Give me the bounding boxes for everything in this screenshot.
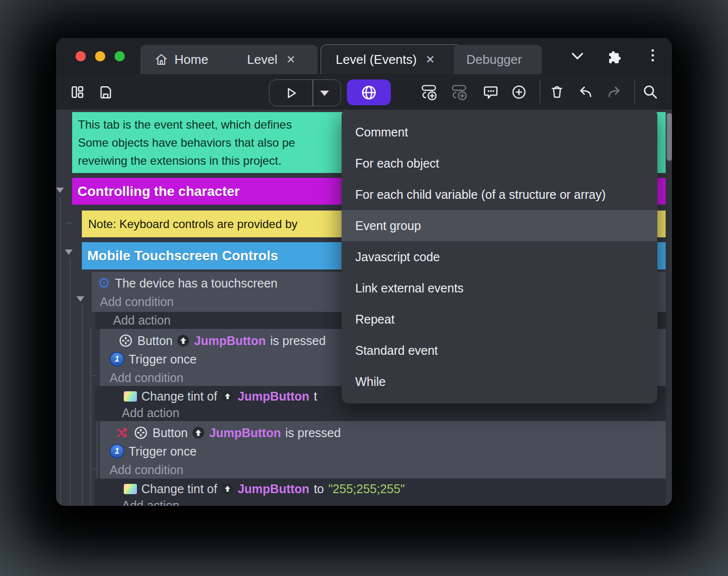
indent-tick xyxy=(91,375,96,376)
tab-level-events[interactable]: Level (Events) ✕ xyxy=(321,44,462,75)
menu-item-javascript-code[interactable]: Javascript code xyxy=(342,241,657,272)
play-split-button xyxy=(269,79,341,106)
trigger-once-icon: 1 xyxy=(110,444,124,459)
action-row[interactable]: Change tint of JumpButton to "255;255;25… xyxy=(95,480,666,498)
action-area-jump-release[interactable]: Change tint of JumpButton to "255;255;25… xyxy=(95,479,666,506)
event-sheet: This tab is the event sheet, which defin… xyxy=(56,110,672,506)
tab-level[interactable]: Level ✕ xyxy=(234,45,318,74)
add-subevent-icon[interactable] xyxy=(450,83,469,101)
menu-item-for-each-child-variable[interactable]: For each child variable (of a structure … xyxy=(342,179,657,210)
gamepad-icon xyxy=(118,333,133,348)
instance-up-arrow-icon xyxy=(222,483,233,495)
gamepad-icon xyxy=(134,425,148,440)
menu-item-while[interactable]: While xyxy=(342,366,657,397)
condition-predicate: is pressed xyxy=(285,426,341,440)
chevron-down-icon[interactable] xyxy=(570,52,585,61)
add-event-context-menu: Comment For each object For each child v… xyxy=(342,110,657,403)
tab-debugger[interactable]: Debugger xyxy=(454,45,542,74)
tab-label: Level (Events) xyxy=(336,52,417,67)
redo-icon[interactable] xyxy=(605,83,624,101)
comment-bubble-icon[interactable] xyxy=(481,83,500,101)
tab-close-icon[interactable]: ✕ xyxy=(286,53,295,66)
group-title: Controlling the character xyxy=(77,184,240,199)
tab-label: Debugger xyxy=(466,52,522,67)
condition-row[interactable]: Button JumpButton is pressed xyxy=(100,423,666,442)
plus-circle-icon[interactable] xyxy=(509,83,529,101)
play-icon[interactable] xyxy=(283,85,300,101)
menu-item-standard-event[interactable]: Standard event xyxy=(342,335,657,366)
screenshot-stage: Home Level ✕ Level (Events) ✕ Debugger xyxy=(0,0,728,576)
note-text: Note: Keyboard controls are provided by xyxy=(88,217,298,231)
tab-home[interactable]: Home xyxy=(140,45,244,74)
indent-tick xyxy=(91,469,96,470)
tab-close-icon[interactable]: ✕ xyxy=(425,53,435,66)
tint-icon xyxy=(124,391,137,402)
toolbar-separator xyxy=(634,80,635,104)
group-title: Mobile Touchscreen Controls xyxy=(87,248,278,264)
add-action-link[interactable]: Add action xyxy=(95,498,666,506)
divider xyxy=(312,80,313,106)
trash-icon[interactable] xyxy=(547,83,567,101)
instance-up-arrow-icon xyxy=(177,334,190,347)
toolbar-separator xyxy=(539,80,540,104)
collapse-arrow-icon[interactable] xyxy=(77,296,84,302)
globe-button[interactable] xyxy=(347,79,391,105)
condition-row[interactable]: 1 Trigger once xyxy=(100,442,666,461)
system-gear-icon: ⚙ xyxy=(97,276,111,290)
indent-tick xyxy=(66,223,72,224)
instance-name: JumpButton xyxy=(209,426,281,440)
indent-guide xyxy=(70,258,71,506)
instance-up-arrow-icon xyxy=(192,426,205,439)
menu-item-event-group[interactable]: Event group xyxy=(342,210,657,241)
trigger-once-icon: 1 xyxy=(110,352,124,366)
collapse-arrow-icon[interactable] xyxy=(56,188,64,193)
undo-icon[interactable] xyxy=(575,83,595,101)
tab-bar: Home Level ✕ Level (Events) ✕ Debugger xyxy=(56,38,672,74)
condition-text: The device has a touchscreen xyxy=(115,276,278,290)
collapse-arrow-icon[interactable] xyxy=(65,250,73,255)
globe-icon xyxy=(360,83,378,102)
menu-item-comment[interactable]: Comment xyxy=(342,116,657,148)
indent-guide xyxy=(90,327,91,506)
search-icon[interactable] xyxy=(641,83,660,101)
menu-item-for-each-object[interactable]: For each object xyxy=(342,148,657,179)
instance-name: JumpButton xyxy=(194,334,266,348)
app-window: Home Level ✕ Level (Events) ✕ Debugger xyxy=(56,38,672,506)
menu-item-repeat[interactable]: Repeat xyxy=(342,304,657,335)
add-action-link[interactable]: Add action xyxy=(95,405,666,421)
puzzle-icon[interactable] xyxy=(608,50,622,64)
event-block-jump-release[interactable]: Button JumpButton is pressed 1 Trigger o… xyxy=(100,421,666,479)
condition-predicate: is pressed xyxy=(270,334,326,348)
layout-icon[interactable] xyxy=(68,83,87,101)
inverted-condition-icon xyxy=(115,426,129,439)
kebab-menu-icon[interactable] xyxy=(651,49,654,61)
object-name: Button xyxy=(153,426,188,440)
vertical-scrollbar[interactable] xyxy=(667,113,672,161)
object-name: Button xyxy=(137,334,172,348)
dropdown-caret-icon[interactable] xyxy=(320,91,329,96)
indent-guide xyxy=(82,305,83,506)
tab-label: Home xyxy=(174,52,208,67)
add-condition-link[interactable]: Add condition xyxy=(100,461,666,479)
save-icon[interactable] xyxy=(96,83,115,101)
toolbar xyxy=(56,74,672,110)
traffic-light-zoom[interactable] xyxy=(115,51,125,61)
add-event-icon[interactable] xyxy=(420,83,439,101)
tab-label: Level xyxy=(247,52,277,67)
indent-guide xyxy=(60,197,61,506)
instance-up-arrow-icon xyxy=(222,390,233,402)
tint-icon xyxy=(124,484,137,494)
home-icon xyxy=(154,52,169,67)
traffic-light-close[interactable] xyxy=(76,51,86,61)
menu-item-link-external-events[interactable]: Link external events xyxy=(342,272,657,304)
traffic-light-minimize[interactable] xyxy=(95,51,105,61)
